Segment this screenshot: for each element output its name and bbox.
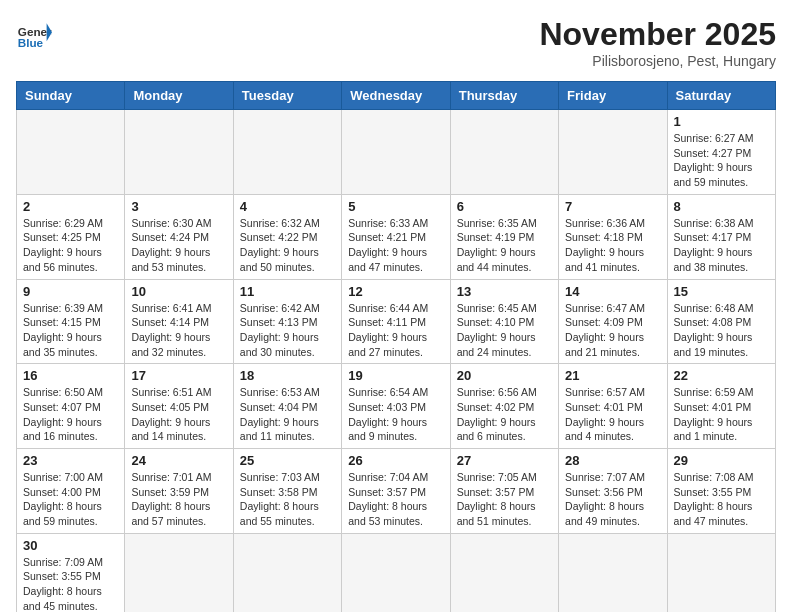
day-number: 16 <box>23 368 118 383</box>
calendar-cell <box>233 533 341 612</box>
calendar-week-row: 30Sunrise: 7:09 AM Sunset: 3:55 PM Dayli… <box>17 533 776 612</box>
day-number: 4 <box>240 199 335 214</box>
day-info: Sunrise: 7:07 AM Sunset: 3:56 PM Dayligh… <box>565 470 660 529</box>
day-number: 30 <box>23 538 118 553</box>
day-info: Sunrise: 6:56 AM Sunset: 4:02 PM Dayligh… <box>457 385 552 444</box>
day-info: Sunrise: 6:51 AM Sunset: 4:05 PM Dayligh… <box>131 385 226 444</box>
day-info: Sunrise: 7:05 AM Sunset: 3:57 PM Dayligh… <box>457 470 552 529</box>
calendar-cell: 18Sunrise: 6:53 AM Sunset: 4:04 PM Dayli… <box>233 364 341 449</box>
day-number: 5 <box>348 199 443 214</box>
day-number: 25 <box>240 453 335 468</box>
calendar-cell <box>559 533 667 612</box>
calendar-cell <box>667 533 775 612</box>
calendar-cell <box>125 110 233 195</box>
day-info: Sunrise: 6:44 AM Sunset: 4:11 PM Dayligh… <box>348 301 443 360</box>
day-number: 15 <box>674 284 769 299</box>
weekday-header-saturday: Saturday <box>667 82 775 110</box>
calendar-cell: 5Sunrise: 6:33 AM Sunset: 4:21 PM Daylig… <box>342 194 450 279</box>
calendar-cell: 24Sunrise: 7:01 AM Sunset: 3:59 PM Dayli… <box>125 449 233 534</box>
day-number: 13 <box>457 284 552 299</box>
calendar-cell: 14Sunrise: 6:47 AM Sunset: 4:09 PM Dayli… <box>559 279 667 364</box>
day-number: 19 <box>348 368 443 383</box>
calendar-title-area: November 2025 Pilisborosjeno, Pest, Hung… <box>539 16 776 69</box>
day-info: Sunrise: 6:50 AM Sunset: 4:07 PM Dayligh… <box>23 385 118 444</box>
calendar-cell: 1Sunrise: 6:27 AM Sunset: 4:27 PM Daylig… <box>667 110 775 195</box>
calendar-cell <box>233 110 341 195</box>
day-number: 2 <box>23 199 118 214</box>
day-info: Sunrise: 7:08 AM Sunset: 3:55 PM Dayligh… <box>674 470 769 529</box>
calendar-week-row: 23Sunrise: 7:00 AM Sunset: 4:00 PM Dayli… <box>17 449 776 534</box>
day-info: Sunrise: 6:38 AM Sunset: 4:17 PM Dayligh… <box>674 216 769 275</box>
calendar-cell: 28Sunrise: 7:07 AM Sunset: 3:56 PM Dayli… <box>559 449 667 534</box>
calendar-cell <box>450 533 558 612</box>
day-info: Sunrise: 6:36 AM Sunset: 4:18 PM Dayligh… <box>565 216 660 275</box>
day-number: 26 <box>348 453 443 468</box>
calendar-week-row: 1Sunrise: 6:27 AM Sunset: 4:27 PM Daylig… <box>17 110 776 195</box>
calendar-cell <box>450 110 558 195</box>
weekday-header-tuesday: Tuesday <box>233 82 341 110</box>
day-info: Sunrise: 6:42 AM Sunset: 4:13 PM Dayligh… <box>240 301 335 360</box>
day-number: 7 <box>565 199 660 214</box>
day-info: Sunrise: 6:30 AM Sunset: 4:24 PM Dayligh… <box>131 216 226 275</box>
day-info: Sunrise: 6:29 AM Sunset: 4:25 PM Dayligh… <box>23 216 118 275</box>
day-info: Sunrise: 6:59 AM Sunset: 4:01 PM Dayligh… <box>674 385 769 444</box>
logo: General Blue <box>16 16 52 52</box>
calendar-cell <box>342 533 450 612</box>
calendar-cell: 29Sunrise: 7:08 AM Sunset: 3:55 PM Dayli… <box>667 449 775 534</box>
calendar-cell: 25Sunrise: 7:03 AM Sunset: 3:58 PM Dayli… <box>233 449 341 534</box>
day-number: 10 <box>131 284 226 299</box>
day-info: Sunrise: 7:04 AM Sunset: 3:57 PM Dayligh… <box>348 470 443 529</box>
weekday-header-sunday: Sunday <box>17 82 125 110</box>
weekday-header-wednesday: Wednesday <box>342 82 450 110</box>
day-number: 20 <box>457 368 552 383</box>
day-number: 6 <box>457 199 552 214</box>
calendar-cell: 30Sunrise: 7:09 AM Sunset: 3:55 PM Dayli… <box>17 533 125 612</box>
day-number: 9 <box>23 284 118 299</box>
day-info: Sunrise: 7:09 AM Sunset: 3:55 PM Dayligh… <box>23 555 118 612</box>
day-info: Sunrise: 6:32 AM Sunset: 4:22 PM Dayligh… <box>240 216 335 275</box>
day-number: 17 <box>131 368 226 383</box>
day-number: 3 <box>131 199 226 214</box>
calendar-cell: 21Sunrise: 6:57 AM Sunset: 4:01 PM Dayli… <box>559 364 667 449</box>
day-number: 12 <box>348 284 443 299</box>
calendar-cell: 12Sunrise: 6:44 AM Sunset: 4:11 PM Dayli… <box>342 279 450 364</box>
calendar-cell: 9Sunrise: 6:39 AM Sunset: 4:15 PM Daylig… <box>17 279 125 364</box>
weekday-header-friday: Friday <box>559 82 667 110</box>
calendar-week-row: 16Sunrise: 6:50 AM Sunset: 4:07 PM Dayli… <box>17 364 776 449</box>
svg-text:Blue: Blue <box>18 36 44 49</box>
day-info: Sunrise: 6:27 AM Sunset: 4:27 PM Dayligh… <box>674 131 769 190</box>
day-info: Sunrise: 6:35 AM Sunset: 4:19 PM Dayligh… <box>457 216 552 275</box>
day-number: 28 <box>565 453 660 468</box>
calendar-cell: 27Sunrise: 7:05 AM Sunset: 3:57 PM Dayli… <box>450 449 558 534</box>
page-header: General Blue November 2025 Pilisborosjen… <box>16 16 776 69</box>
calendar-cell: 19Sunrise: 6:54 AM Sunset: 4:03 PM Dayli… <box>342 364 450 449</box>
day-number: 27 <box>457 453 552 468</box>
calendar-week-row: 2Sunrise: 6:29 AM Sunset: 4:25 PM Daylig… <box>17 194 776 279</box>
weekday-header-thursday: Thursday <box>450 82 558 110</box>
day-info: Sunrise: 6:33 AM Sunset: 4:21 PM Dayligh… <box>348 216 443 275</box>
calendar-cell: 15Sunrise: 6:48 AM Sunset: 4:08 PM Dayli… <box>667 279 775 364</box>
calendar-week-row: 9Sunrise: 6:39 AM Sunset: 4:15 PM Daylig… <box>17 279 776 364</box>
day-number: 23 <box>23 453 118 468</box>
calendar-cell <box>559 110 667 195</box>
day-number: 22 <box>674 368 769 383</box>
weekday-header-row: SundayMondayTuesdayWednesdayThursdayFrid… <box>17 82 776 110</box>
calendar-table: SundayMondayTuesdayWednesdayThursdayFrid… <box>16 81 776 612</box>
month-year-title: November 2025 <box>539 16 776 53</box>
day-number: 8 <box>674 199 769 214</box>
day-info: Sunrise: 6:57 AM Sunset: 4:01 PM Dayligh… <box>565 385 660 444</box>
day-info: Sunrise: 6:54 AM Sunset: 4:03 PM Dayligh… <box>348 385 443 444</box>
day-info: Sunrise: 7:01 AM Sunset: 3:59 PM Dayligh… <box>131 470 226 529</box>
day-number: 18 <box>240 368 335 383</box>
calendar-cell: 2Sunrise: 6:29 AM Sunset: 4:25 PM Daylig… <box>17 194 125 279</box>
calendar-cell: 20Sunrise: 6:56 AM Sunset: 4:02 PM Dayli… <box>450 364 558 449</box>
calendar-cell: 4Sunrise: 6:32 AM Sunset: 4:22 PM Daylig… <box>233 194 341 279</box>
day-number: 24 <box>131 453 226 468</box>
calendar-cell: 6Sunrise: 6:35 AM Sunset: 4:19 PM Daylig… <box>450 194 558 279</box>
calendar-cell: 13Sunrise: 6:45 AM Sunset: 4:10 PM Dayli… <box>450 279 558 364</box>
weekday-header-monday: Monday <box>125 82 233 110</box>
calendar-cell: 10Sunrise: 6:41 AM Sunset: 4:14 PM Dayli… <box>125 279 233 364</box>
day-info: Sunrise: 6:39 AM Sunset: 4:15 PM Dayligh… <box>23 301 118 360</box>
calendar-cell <box>125 533 233 612</box>
calendar-cell: 3Sunrise: 6:30 AM Sunset: 4:24 PM Daylig… <box>125 194 233 279</box>
